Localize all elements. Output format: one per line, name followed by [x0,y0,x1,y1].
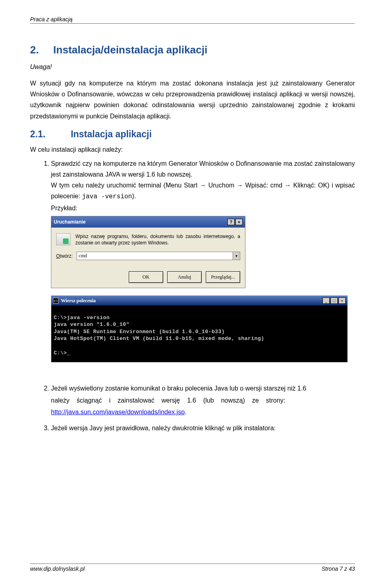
steps-list-1: Sprawdzić czy na komputerze na którym Ge… [30,158,355,362]
run-dialog-titlebar: Uruchamianie ? × [51,216,245,228]
browse-button[interactable]: Przeglądaj... [206,271,240,283]
cmd-title-icon: c:\ [53,298,59,303]
minimize-button[interactable]: _ [322,297,330,304]
run-icon [56,233,71,245]
cmd-window: c:\ Wiersz polecenia _ □ × C:\>java -ver… [51,295,348,362]
step1-example-label: Przykład: [51,205,77,212]
page-footer: www.dip.dolnyslask.pl Strona 7 z 43 [30,564,355,572]
step-2: Jeżeli wyświetlony zostanie komunikat o … [51,383,355,418]
dropdown-icon[interactable]: ▾ [233,252,240,260]
section-title-text: Instalacja/deinstalacja aplikacji [53,44,207,56]
close-button[interactable]: × [235,219,243,225]
run-dialog-desc: Wpisz nazwę programu, folderu, dokumentu… [75,233,240,246]
open-input-wrap[interactable]: ▾ [77,252,240,260]
close-button[interactable]: × [338,297,346,304]
cancel-button[interactable]: Anuluj [167,271,202,283]
subsection-number: 2.1. [30,129,68,140]
step2-period: . [185,409,186,415]
cmd-title-text: Wiersz polecenia [61,297,96,305]
step-3: Jeżeli wersja Javy jest prawidłowa, nale… [51,422,355,434]
open-input[interactable] [77,252,233,260]
help-button[interactable]: ? [227,219,235,225]
step-1: Sprawdzić czy na komputerze na którym Ge… [51,158,355,362]
steps-list-2: Jeżeli wyświetlony zostanie komunikat o … [30,383,355,434]
ok-button[interactable]: OK [129,271,163,283]
step1-line1: Sprawdzić czy na komputerze na którym Ge… [51,160,355,178]
step2-line1: Jeżeli wyświetlony zostanie komunikat o … [51,385,306,392]
maximize-button[interactable]: □ [330,297,338,304]
java-download-link[interactable]: http://java.sun.com/javase/downloads/ind… [51,409,185,415]
section-heading: 2. Instalacja/deinstalacja aplikacji [30,44,355,56]
step1-line2c: ). [132,193,136,199]
page-header: Praca z aplikacją [30,16,355,24]
intro-paragraph: W sytuacji gdy na komputerze na którym m… [30,78,355,122]
run-dialog: Uruchamianie ? × Wpisz nazwę programu, f… [51,216,245,288]
footer-left: www.dip.dolnyslask.pl [30,566,85,572]
section-number: 2. [30,44,39,56]
subsection-heading: 2.1. Instalacja aplikacji [30,129,355,140]
run-dialog-title: Uruchamianie [54,218,85,226]
warning-label: Uwaga! [30,63,355,71]
cmd-titlebar: c:\ Wiersz polecenia _ □ × [51,296,347,305]
subsection-title: Instalacja aplikacji [71,129,152,139]
step1-command: java -version [82,193,132,200]
open-label: Otwórz: [56,252,73,260]
steps-intro: W celu instalacji aplikacji należy: [30,146,355,153]
step2-line2: należy ściągnąć i zainstalować wersję 1.… [51,397,285,404]
header-title: Praca z aplikacją [30,16,73,22]
cmd-output: C:\>java -version java version "1.6.0_10… [51,305,347,362]
footer-right: Strona 7 z 43 [322,566,355,572]
